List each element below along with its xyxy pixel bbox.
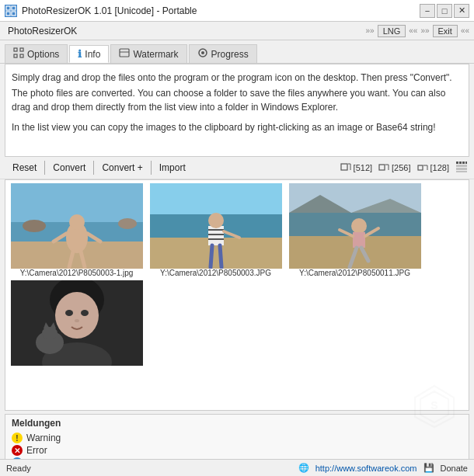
svg-rect-39 <box>150 183 282 214</box>
convert-button[interactable]: Convert <box>47 160 92 175</box>
message-error: ✕ Error <box>12 444 462 457</box>
image-thumbnail <box>11 280 143 366</box>
window-title: PhotoResizerOK 1.01 [Unicode] - Portable <box>22 5 197 16</box>
exit-arrow-right: «« <box>461 26 469 35</box>
minimize-button[interactable]: − <box>420 4 435 18</box>
toolbar-right: [512] [256] <box>340 161 468 175</box>
svg-point-63 <box>55 292 99 339</box>
menu-bar: PhotoResizerOK »» LNG «« »» Exit «« <box>0 22 474 40</box>
svg-point-67 <box>75 319 79 322</box>
image-thumbnail <box>289 183 421 269</box>
svg-rect-15 <box>379 165 385 170</box>
tab-watermark[interactable]: Watermark <box>110 44 186 63</box>
svg-line-48 <box>220 245 221 267</box>
tab-info-label: Info <box>85 49 100 60</box>
donate-button[interactable]: Donate <box>441 464 468 473</box>
svg-rect-18 <box>418 165 423 170</box>
tab-watermark-label: Watermark <box>133 49 178 60</box>
count-512: [512] <box>340 162 372 174</box>
svg-point-11 <box>201 51 204 54</box>
image-thumbnail <box>11 183 143 269</box>
exit-button[interactable]: Exit <box>433 25 458 37</box>
brand-watermark: S <box>411 382 458 429</box>
close-button[interactable]: ✕ <box>454 4 469 18</box>
window-controls: − □ ✕ <box>420 4 469 18</box>
grid-view-icon[interactable] <box>455 161 468 175</box>
svg-rect-3 <box>12 12 16 16</box>
image-grid: Y:\Camera\2012\P8050003-1.jpg <box>5 180 469 369</box>
tab-options[interactable]: Options <box>5 44 68 63</box>
image-thumbnail <box>150 183 282 269</box>
title-bar-left: PhotoResizerOK 1.01 [Unicode] - Portable <box>5 5 197 17</box>
import-button[interactable]: Import <box>153 160 192 175</box>
messages-title: Meldungen <box>12 418 462 429</box>
svg-rect-24 <box>465 162 467 164</box>
tab-info[interactable]: ℹ Info <box>69 45 109 63</box>
count-128: [128] <box>417 162 449 174</box>
exit-arrow-left: »» <box>420 26 429 35</box>
svg-rect-4 <box>14 48 17 51</box>
svg-rect-6 <box>14 54 17 57</box>
globe-icon: 🌐 <box>298 463 309 473</box>
svg-point-32 <box>69 214 85 230</box>
image-path: Y:\Camera\2012\P8050003.JPG <box>160 269 271 277</box>
svg-rect-23 <box>462 162 465 164</box>
lng-arrow-right: «« <box>409 26 417 35</box>
svg-rect-56 <box>353 232 365 248</box>
svg-rect-5 <box>20 48 23 51</box>
status-text: Ready <box>6 464 31 473</box>
svg-rect-21 <box>456 162 458 164</box>
list-item[interactable]: Y:\Camera\2012\P8050003-1.jpg <box>9 183 145 277</box>
options-icon <box>13 47 24 61</box>
info-line5: In the list view you can copy the images… <box>12 120 462 134</box>
list-item[interactable]: Y:\Camera\2012\P8050011.JPG <box>287 183 423 277</box>
svg-point-55 <box>351 218 367 234</box>
svg-rect-22 <box>459 162 462 164</box>
svg-rect-8 <box>120 49 129 57</box>
warning-icon: ! <box>12 433 23 443</box>
list-item[interactable] <box>9 280 145 366</box>
count-256: [256] <box>378 162 410 174</box>
svg-point-38 <box>118 218 137 229</box>
image-grid-container[interactable]: Y:\Camera\2012\P8050003-1.jpg <box>5 179 469 411</box>
app-name-menu[interactable]: PhotoResizerOK <box>5 24 80 38</box>
status-bar: Ready 🌐 http://www.softwareok.com 💾 Dona… <box>0 459 474 476</box>
convert-plus-button[interactable]: Convert + <box>96 160 148 175</box>
website-link[interactable]: http://www.softwareok.com <box>315 464 417 473</box>
message-warning: ! Warning <box>12 432 462 444</box>
resize-icon-128 <box>417 162 428 174</box>
warning-text: Warning <box>26 433 61 443</box>
svg-point-69 <box>42 327 58 339</box>
svg-rect-25 <box>456 165 467 167</box>
tab-options-label: Options <box>27 49 59 60</box>
info-line3: drag and drop them directly from the lis… <box>12 100 462 114</box>
lng-button[interactable]: LNG <box>378 25 406 37</box>
lng-arrow-left: »» <box>366 26 375 35</box>
progress-icon <box>197 47 208 61</box>
toolbar-separator-3 <box>151 161 152 175</box>
app-window: PhotoResizerOK 1.01 [Unicode] - Portable… <box>0 0 474 476</box>
info-content: Simply drag and drop the files onto the … <box>5 64 469 157</box>
svg-rect-26 <box>456 168 467 170</box>
svg-point-66 <box>81 310 89 316</box>
status-right: 🌐 http://www.softwareok.com 💾 Donate <box>298 463 468 473</box>
error-icon: ✕ <box>12 445 23 456</box>
reset-button[interactable]: Reset <box>6 160 43 175</box>
svg-rect-2 <box>6 12 10 16</box>
disk-icon: 💾 <box>423 463 434 473</box>
svg-rect-0 <box>6 6 10 10</box>
image-path: Y:\Camera\2012\P8050003-1.jpg <box>20 269 134 277</box>
maximize-button[interactable]: □ <box>437 4 452 18</box>
info-icon: ℹ <box>78 48 82 60</box>
toolbar-separator-1 <box>44 161 45 175</box>
tab-progress[interactable]: Progress <box>189 44 257 63</box>
info-line2: The photo files are converted. You can c… <box>12 86 462 100</box>
svg-rect-27 <box>456 171 467 172</box>
error-text: Error <box>26 445 47 456</box>
watermark-icon <box>119 47 130 61</box>
toolbar: Reset Convert Convert + Import [512] <box>0 157 474 179</box>
list-item[interactable]: Y:\Camera\2012\P8050003.JPG <box>148 183 284 277</box>
image-path: Y:\Camera\2012\P8050011.JPG <box>299 269 410 277</box>
svg-text:S: S <box>430 399 437 412</box>
svg-point-65 <box>65 310 73 316</box>
